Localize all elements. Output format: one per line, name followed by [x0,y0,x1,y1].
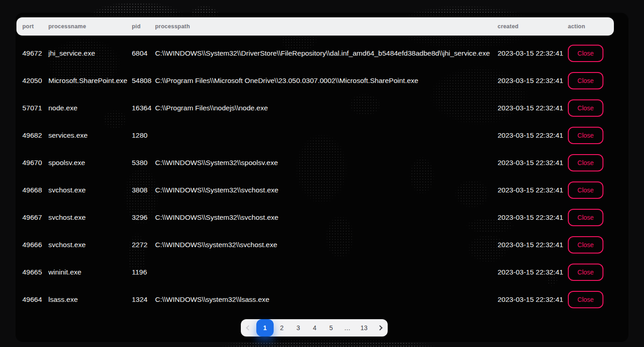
page-button-4[interactable]: 4 [306,319,323,337]
port-cell: 57071 [22,104,48,112]
close-port-button[interactable]: Close [568,209,603,226]
pid-cell: 1324 [132,295,155,304]
table-row: 49682 services.exe 1280 2023-03-15 22:32… [16,122,614,149]
close-port-button[interactable]: Close [568,236,603,254]
table-header: port processname pid processpath created… [16,17,614,36]
processname-cell: node.exe [48,104,132,112]
pagination-prev-button[interactable] [241,319,256,337]
pagination: 1 2 3 4 5 … 13 [241,319,388,337]
port-cell: 49666 [22,241,48,249]
column-header-created: created [498,23,568,30]
page-button-2[interactable]: 2 [274,319,290,337]
created-cell: 2023-03-15 22:32:41 [498,213,568,222]
processpath-cell: C:\\WINDOWS\\system32\\lsass.exe [155,295,498,304]
pid-cell: 2272 [132,241,155,249]
processpath-cell: C:\\Program Files\\nodejs\\node.exe [155,104,498,112]
port-cell: 49670 [22,159,48,167]
created-cell: 2023-03-15 22:32:41 [498,104,568,112]
table-row: 42050 Microsoft.SharePoint.exe 54808 C:\… [16,67,614,94]
processpath-cell: C:\\WINDOWS\\System32\\DriverStore\\File… [155,49,498,57]
pid-cell: 3808 [132,186,155,194]
table-row: 49670 spoolsv.exe 5380 C:\\WINDOWS\\Syst… [16,149,614,176]
column-header-action: action [568,23,614,30]
created-cell: 2023-03-15 22:32:41 [498,295,568,304]
table-row: 49664 lsass.exe 1324 C:\\WINDOWS\\system… [16,286,614,313]
created-cell: 2023-03-15 22:32:41 [498,241,568,249]
column-header-processpath: processpath [155,23,498,30]
ports-table-card: port processname pid processpath created… [16,13,628,342]
port-cell: 49665 [22,268,48,276]
table-row: 49668 svchost.exe 3808 C:\\WINDOWS\\Syst… [16,176,614,204]
close-port-button[interactable]: Close [568,181,603,199]
processname-cell: Microsoft.SharePoint.exe [48,77,132,85]
port-cell: 49667 [22,213,48,222]
pid-cell: 6804 [132,49,155,57]
processpath-cell: C:\\Program Files\\Microsoft OneDrive\\2… [155,77,498,85]
processpath-cell: C:\\WINDOWS\\System32\\spoolsv.exe [155,159,498,167]
processname-cell: svchost.exe [48,241,132,249]
pid-cell: 1196 [132,268,155,276]
created-cell: 2023-03-15 22:32:41 [498,268,568,276]
chevron-left-icon [246,325,251,330]
created-cell: 2023-03-15 22:32:41 [498,186,568,194]
table-row: 49666 svchost.exe 2272 C:\\WINDOWS\\syst… [16,231,614,259]
pid-cell: 16364 [132,104,155,112]
close-port-button[interactable]: Close [568,45,603,62]
created-cell: 2023-03-15 22:32:41 [498,49,568,57]
close-port-button[interactable]: Close [568,291,603,308]
port-cell: 49668 [22,186,48,194]
pagination-ellipsis: … [339,319,356,337]
processname-cell: services.exe [48,131,132,140]
pid-cell: 1280 [132,131,155,140]
processname-cell: spoolsv.exe [48,159,132,167]
column-header-processname: processname [48,23,132,30]
table-row: 49672 jhi_service.exe 6804 C:\\WINDOWS\\… [16,40,614,67]
processname-cell: svchost.exe [48,213,132,222]
processpath-cell: C:\\WINDOWS\\system32\\svchost.exe [155,241,498,249]
processname-cell: svchost.exe [48,186,132,194]
close-port-button[interactable]: Close [568,72,603,89]
processname-cell: lsass.exe [48,295,132,304]
processname-cell: wininit.exe [48,268,132,276]
port-cell: 42050 [22,77,48,85]
close-port-button[interactable]: Close [568,264,603,281]
port-cell: 49672 [22,49,48,57]
created-cell: 2023-03-15 22:32:41 [498,131,568,140]
close-port-button[interactable]: Close [568,99,603,117]
pid-cell: 3296 [132,213,155,222]
processpath-cell: C:\\WINDOWS\\System32\\svchost.exe [155,213,498,222]
created-cell: 2023-03-15 22:32:41 [498,159,568,167]
chevron-right-icon [377,325,382,330]
table-row: 49667 svchost.exe 3296 C:\\WINDOWS\\Syst… [16,204,614,231]
pid-cell: 54808 [132,77,155,85]
table-row: 49665 wininit.exe 1196 2023-03-15 22:32:… [16,259,614,286]
processname-cell: jhi_service.exe [48,49,132,57]
column-header-port: port [22,23,48,30]
page-button-3[interactable]: 3 [290,319,306,337]
port-cell: 49664 [22,295,48,304]
page-button-5[interactable]: 5 [323,319,339,337]
port-cell: 49682 [22,131,48,140]
pid-cell: 5380 [132,159,155,167]
pagination-next-button[interactable] [372,319,388,337]
page-button-13[interactable]: 13 [356,319,372,337]
table-body: 49672 jhi_service.exe 6804 C:\\WINDOWS\\… [16,40,614,313]
close-port-button[interactable]: Close [568,127,603,144]
page-button-1[interactable]: 1 [256,319,274,337]
table-row: 57071 node.exe 16364 C:\\Program Files\\… [16,94,614,122]
processpath-cell: C:\\WINDOWS\\System32\\svchost.exe [155,186,498,194]
column-header-pid: pid [132,23,155,30]
close-port-button[interactable]: Close [568,154,603,171]
created-cell: 2023-03-15 22:32:41 [498,77,568,85]
